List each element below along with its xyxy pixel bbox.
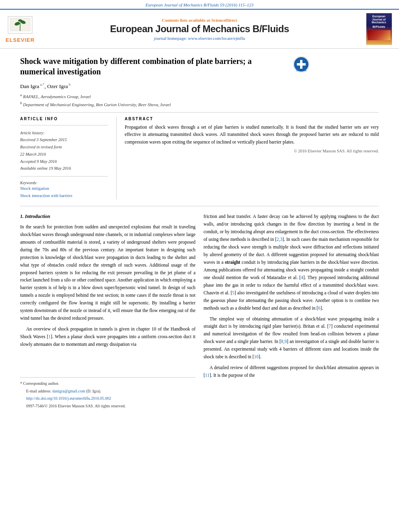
footnote-spacer <box>20 351 195 376</box>
ref-7[interactable]: 7 <box>329 324 331 329</box>
homepage-url[interactable]: www.elsevier.com/locate/ejmflu <box>188 36 245 41</box>
header-center-info: Contents lists available at ScienceDirec… <box>40 18 359 41</box>
email-label: E-mail address: <box>26 389 51 393</box>
footnote-corresponding: * Corresponding author. <box>20 380 195 387</box>
homepage-label: journal homepage: <box>154 36 187 41</box>
elsevier-name: ELSEVIER <box>6 37 35 43</box>
elsevier-wordmark: ELSEVIER <box>6 37 35 43</box>
ref-10[interactable]: 10 <box>254 354 259 359</box>
journal-cover-area: EuropeanJournal ofMechanics B/Fluids <box>363 13 395 45</box>
divider-1 <box>20 112 379 113</box>
svg-point-4 <box>18 19 22 22</box>
email-address: danigra@gmail.com <box>52 389 85 393</box>
sciencedirect-name[interactable]: ScienceDirect <box>211 18 237 23</box>
author-2-name: Ozer Igra <box>47 83 68 89</box>
affiliation-b: b Department of Mechanical Engineering, … <box>20 100 379 108</box>
abstract-copyright: © 2016 Elsevier Masson SAS. All rights r… <box>125 149 379 153</box>
cover-subtitle: B/Fluids <box>372 25 385 29</box>
svg-text:CrossMark: CrossMark <box>296 69 306 72</box>
abstract-column: ABSTRACT Propagation of shock waves thro… <box>117 117 379 199</box>
divider-2 <box>20 206 379 206</box>
paper-content: Shock wave mitigation by different combi… <box>0 49 399 418</box>
article-info-column: ARTICLE INFO Article history: Received 3… <box>20 117 117 199</box>
sciencedirect-link-text: ScienceDirect <box>211 18 237 23</box>
intro-para-1: In the search for protection from sudden… <box>20 223 195 322</box>
body-right-column: friction and heat transfer. A faster dec… <box>204 213 379 410</box>
article-info-heading: ARTICLE INFO <box>20 117 108 121</box>
body-left-column: 1. Introduction In the search for protec… <box>20 213 195 410</box>
journal-header: ELSEVIER Contents lists available at Sci… <box>0 9 399 49</box>
straight-bold: straight <box>225 260 240 265</box>
authors-line: Dan Igra a,*, Ozer Igra b <box>20 82 379 90</box>
keyword-1: Shock mitigation <box>20 185 108 192</box>
right-para-3: A detailed review of different suggestio… <box>204 364 379 379</box>
footnote-email-line: E-mail address: danigra@gmail.com (D. Ig… <box>20 388 195 395</box>
article-info-divider <box>20 125 108 125</box>
author-1-sup: a,* <box>39 82 45 86</box>
journal-ref-text: European Journal of Mechanics B/Fluids 5… <box>146 2 254 7</box>
author-1-name: Dan Igra <box>20 83 39 89</box>
issn-line: 0997-7546/© 2016 Elsevier Masson SAS. Al… <box>20 403 195 410</box>
ref-2-3[interactable]: 2,3 <box>277 237 282 242</box>
history-online: Available online 19 May 2016 <box>20 165 108 172</box>
email-link[interactable]: danigra@gmail.com <box>52 389 85 393</box>
journal-cover-thumbnail: EuropeanJournal ofMechanics B/Fluids <box>366 13 392 45</box>
abstract-heading: ABSTRACT <box>125 117 379 121</box>
ref-8-9[interactable]: 8,9 <box>281 339 287 344</box>
elsevier-logo-svg <box>6 15 34 37</box>
author-2-sup: b <box>68 82 71 86</box>
article-title-text: Shock wave mitigation by different combi… <box>20 56 285 77</box>
article-history-heading: Article history: <box>20 129 108 136</box>
article-meta-row: ARTICLE INFO Article history: Received 3… <box>20 117 379 199</box>
intro-para-2: An overview of shock propagation in tunn… <box>20 325 195 348</box>
keywords-section: Keywords: Shock mitigation Shock interac… <box>20 176 108 199</box>
history-accepted: Accepted 9 May 2016 <box>20 158 108 165</box>
right-para-2: The simplest way of obtaining attenuatio… <box>204 315 379 361</box>
contents-label: Contents lists available at <box>162 18 210 23</box>
article-title-area: Shock wave mitigation by different combi… <box>20 56 310 77</box>
abstract-text: Propagation of shock waves through a set… <box>125 123 379 146</box>
sciencedirect-label: Contents lists available at ScienceDirec… <box>40 18 359 23</box>
right-para-1: friction and heat transfer. A faster dec… <box>204 213 379 312</box>
affiliation-a: a RAFAEL, Aerodynamics Group, Israel <box>20 92 379 100</box>
keywords-heading: Keywords: <box>20 181 108 185</box>
cover-image-area <box>368 30 391 40</box>
doi-link[interactable]: http://dx.doi.org/10.1016/j.euromechflu.… <box>20 395 195 402</box>
ref-4[interactable]: 4 <box>301 275 303 280</box>
cover-title-text: EuropeanJournal ofMechanics <box>372 15 386 24</box>
keyword-2: Shock interaction with barriers <box>20 192 108 199</box>
body-columns: 1. Introduction In the search for protec… <box>20 213 379 410</box>
journal-homepage: journal homepage: www.elsevier.com/locat… <box>40 36 359 41</box>
section-1-heading: 1. Introduction <box>20 213 195 221</box>
ref-5[interactable]: 5 <box>232 290 234 295</box>
crossmark-badge[interactable]: CrossMark <box>293 56 310 73</box>
keywords-divider <box>20 176 108 177</box>
article-history: Article history: Received 3 September 20… <box>20 129 108 172</box>
ref-1[interactable]: 1 <box>48 334 51 339</box>
ref-6[interactable]: 6 <box>318 306 321 310</box>
ref-11[interactable]: 11 <box>205 373 210 378</box>
svg-rect-9 <box>297 63 306 66</box>
footnote-area: * Corresponding author. E-mail address: … <box>20 377 195 409</box>
journal-title: European Journal of Mechanics B/Fluids <box>40 23 359 35</box>
top-journal-reference: European Journal of Mechanics B/Fluids 5… <box>0 0 399 9</box>
homepage-url-text: www.elsevier.com/locate/ejmflu <box>188 36 245 41</box>
elsevier-logo-area: ELSEVIER <box>4 15 36 43</box>
history-received: Received 3 September 2015 <box>20 136 108 144</box>
email-suffix: (D. Igra). <box>86 389 101 393</box>
email-suffix-text: (D. Igra). <box>86 389 101 393</box>
history-revised: Received in revised form22 March 2016 <box>20 144 108 158</box>
affiliations: a RAFAEL, Aerodynamics Group, Israel b D… <box>20 92 379 109</box>
